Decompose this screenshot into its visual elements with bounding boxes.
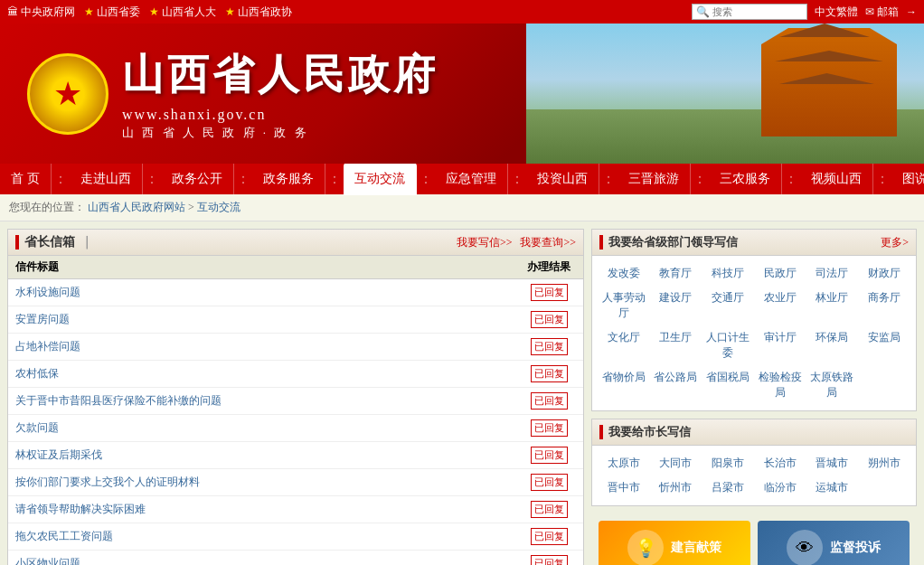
nav-video[interactable]: 视频山西 xyxy=(800,164,873,194)
dept-item[interactable]: 省物价局 xyxy=(599,367,648,403)
supervision-icon: 👁 xyxy=(787,530,823,565)
breadcrumb: 您现在的位置： 山西省人民政府网站 > 互动交流 xyxy=(0,194,924,221)
letter-title[interactable]: 小区物业问题 xyxy=(15,556,522,565)
breadcrumb-current[interactable]: 互动交流 xyxy=(197,201,240,213)
city-item[interactable]: 长治市 xyxy=(756,453,805,474)
dept-item[interactable]: 民政厅 xyxy=(756,263,805,284)
city-section-title: 我要给市长写信 xyxy=(599,424,691,440)
nav-pictorial[interactable]: 图说山西 xyxy=(891,164,925,194)
letter-title[interactable]: 农村低保 xyxy=(15,366,522,381)
dept-item[interactable]: 发改委 xyxy=(599,263,648,284)
dept-item[interactable]: 卫生厅 xyxy=(652,327,701,363)
nav-gov-service[interactable]: 政务服务 xyxy=(252,164,325,194)
section-header: 省长信箱 ｜ 我要写信>> 我要查询>> xyxy=(8,230,583,256)
header-image xyxy=(526,24,924,164)
letter-title[interactable]: 欠款问题 xyxy=(15,420,522,436)
table-row: 林权证及后期采伐 已回复 xyxy=(8,442,583,469)
nav-about[interactable]: 走进山西 xyxy=(70,164,143,194)
dept-item[interactable]: 省国税局 xyxy=(703,367,752,403)
dept-item[interactable]: 商务厅 xyxy=(860,287,909,324)
main-nav: 首 页 ： 走进山西 ： 政务公开 ： 政务服务 ： 互动交流 ： 应急管理 ：… xyxy=(0,164,924,194)
dept-title-bar xyxy=(599,235,603,250)
supervision-label: 监督投诉 xyxy=(830,540,881,556)
city-item[interactable]: 晋城市 xyxy=(808,453,857,474)
status-badge: 已回复 xyxy=(531,501,568,518)
dept-more-link[interactable]: 更多> xyxy=(881,235,909,250)
dept-item[interactable]: 太原铁路局 xyxy=(808,367,857,403)
city-item[interactable]: 吕梁市 xyxy=(703,477,752,498)
arrow-link[interactable]: → xyxy=(906,5,917,19)
dept-item[interactable]: 教育厅 xyxy=(652,263,701,284)
letter-title[interactable]: 安置房问题 xyxy=(15,312,522,327)
write-letter-link[interactable]: 我要写信>> xyxy=(457,236,513,249)
star-icon-3: ★ xyxy=(225,5,235,19)
dept-item[interactable]: 财政厅 xyxy=(860,263,909,284)
supervision-box[interactable]: 👁 监督投诉 xyxy=(758,521,910,565)
suggestion-box[interactable]: 💡 建言献策 xyxy=(599,521,750,565)
letter-status: 已回复 xyxy=(522,474,576,491)
dept-item[interactable]: 检验检疫局 xyxy=(756,367,805,403)
top-bar-right: 🔍 中文繁體 ✉ 邮箱 → xyxy=(692,4,917,20)
traditional-chinese-link[interactable]: 中文繁體 xyxy=(815,5,858,20)
city-grid: 太原市大同市阳泉市长治市晋城市朔州市晋中市忻州市吕梁市临汾市运城市 xyxy=(592,446,916,505)
section-title: 省长信箱 ｜ xyxy=(15,234,93,250)
city-item[interactable]: 阳泉市 xyxy=(703,453,752,474)
dept-item[interactable]: 交通厅 xyxy=(703,287,752,324)
col-header-title: 信件标题 xyxy=(15,259,522,275)
letter-status: 已回复 xyxy=(522,284,576,301)
dept-item[interactable]: 文化厅 xyxy=(599,327,648,363)
site-subtitle: 山 西 省 人 民 政 府 · 政 务 xyxy=(122,125,438,141)
letter-status: 已回复 xyxy=(522,501,576,518)
dept-item[interactable]: 环保局 xyxy=(808,327,857,363)
city-item[interactable]: 晋中市 xyxy=(599,477,648,498)
title-bar-decoration xyxy=(15,235,19,250)
nav-emergency[interactable]: 应急管理 xyxy=(435,164,508,194)
shanxi-congress-link[interactable]: ★ 山西省人大 xyxy=(149,5,216,20)
letter-title[interactable]: 林权证及后期采伐 xyxy=(15,447,522,463)
nav-gov-open[interactable]: 政务公开 xyxy=(161,164,234,194)
letter-title[interactable]: 占地补偿问题 xyxy=(15,339,522,354)
city-item[interactable]: 太原市 xyxy=(599,453,648,474)
table-header: 信件标题 办理结果 xyxy=(8,256,583,279)
search-input[interactable] xyxy=(712,6,803,17)
letter-status: 已回复 xyxy=(522,338,576,355)
city-item[interactable]: 大同市 xyxy=(652,453,701,474)
central-gov-link[interactable]: 🏛 中央政府网 xyxy=(7,5,75,20)
letter-title[interactable]: 拖欠农民工工资问题 xyxy=(15,529,522,544)
dept-item[interactable]: 司法厅 xyxy=(808,263,857,284)
emblem-star: ★ xyxy=(53,75,82,113)
dept-item[interactable]: 农业厅 xyxy=(756,287,805,324)
table-row: 农村低保 已回复 xyxy=(8,361,583,388)
shanxi-party-link[interactable]: ★ 山西省委 xyxy=(84,5,140,20)
dept-item[interactable]: 林业厅 xyxy=(808,287,857,324)
nav-invest[interactable]: 投资山西 xyxy=(526,164,599,194)
breadcrumb-home[interactable]: 山西省人民政府网站 xyxy=(88,201,185,213)
city-item[interactable]: 忻州市 xyxy=(652,477,701,498)
nav-agriculture[interactable]: 三农服务 xyxy=(709,164,782,194)
right-panel: 我要给省级部门领导写信 更多> 发改委教育厅科技厅民政厅司法厅财政厅人事劳动厅建… xyxy=(591,229,917,565)
nav-interaction[interactable]: 互动交流 xyxy=(344,163,417,195)
letter-title[interactable]: 关于晋中市昔阳县医疗保险不能补缴的问题 xyxy=(15,393,522,409)
city-section-title-text: 我要给市长写信 xyxy=(608,424,691,440)
query-letter-link[interactable]: 我要查询>> xyxy=(520,236,576,249)
table-row: 水利设施问题 已回复 xyxy=(8,279,583,306)
letter-title[interactable]: 按你们部门要求上交我个人的证明材料 xyxy=(15,475,522,490)
letter-title[interactable]: 请省领导帮助解决实际困难 xyxy=(15,502,522,517)
dept-item[interactable]: 审计厅 xyxy=(756,327,805,363)
dept-item[interactable]: 安监局 xyxy=(860,327,909,363)
city-item[interactable]: 临汾市 xyxy=(756,477,805,498)
dept-item[interactable]: 省公路局 xyxy=(652,367,701,403)
dept-item[interactable]: 建设厅 xyxy=(652,287,701,324)
email-link[interactable]: ✉ 邮箱 xyxy=(865,5,899,20)
nav-home[interactable]: 首 页 xyxy=(0,164,52,194)
letter-title[interactable]: 水利设施问题 xyxy=(15,285,522,300)
dept-item[interactable]: 科技厅 xyxy=(703,263,752,284)
dept-item[interactable]: 人事劳动厅 xyxy=(599,287,648,324)
top-bar-links: 🏛 中央政府网 ★ 山西省委 ★ 山西省人大 ★ 山西省政协 xyxy=(7,5,292,20)
table-row: 关于晋中市昔阳县医疗保险不能补缴的问题 已回复 xyxy=(8,388,583,415)
nav-tourism[interactable]: 三晋旅游 xyxy=(618,164,691,194)
shanxi-cppcc-link[interactable]: ★ 山西省政协 xyxy=(225,5,292,20)
dept-item[interactable]: 人口计生委 xyxy=(703,327,752,363)
city-item[interactable]: 运城市 xyxy=(808,477,857,498)
city-item[interactable]: 朔州市 xyxy=(860,453,909,474)
